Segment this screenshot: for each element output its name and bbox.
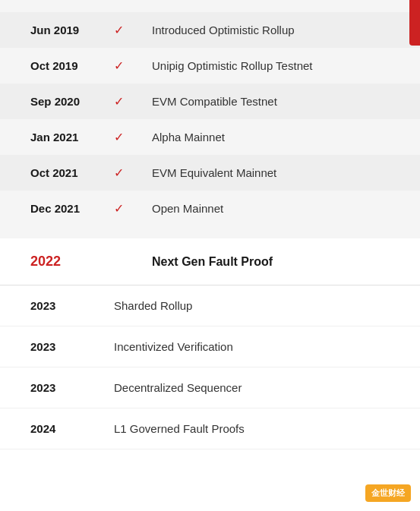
red-accent-bar <box>409 0 420 46</box>
timeline-check-icon: ✓ <box>114 94 152 109</box>
future-row: 2023 Incentivized Verification <box>0 326 420 367</box>
future-row: 2023 Sharded Rollup <box>0 285 420 326</box>
timeline-date: Sep 2020 <box>30 95 114 108</box>
future-description: Decentralized Sequencer <box>114 381 390 394</box>
timeline-date: Jun 2019 <box>30 24 114 36</box>
timeline-date: Oct 2021 <box>30 166 114 179</box>
timeline-completed-row: Oct 2019 ✓ Unipig Optimistic Rollup Test… <box>0 48 420 84</box>
timeline-description: Open Mainnet <box>152 202 390 215</box>
future-date: 2024 <box>30 422 114 435</box>
timeline-description: EVM Compatible Testnet <box>152 95 390 108</box>
timeline-date: Oct 2019 <box>30 59 114 72</box>
timeline-description: EVM Equivalent Mainnet <box>152 166 390 179</box>
timeline-completed-row: Dec 2021 ✓ Open Mainnet <box>0 191 420 226</box>
timeline-check-icon: ✓ <box>114 23 152 37</box>
future-date: 2023 <box>30 299 114 312</box>
future-description: L1 Governed Fault Proofs <box>114 422 390 435</box>
highlight-date: 2022 <box>30 254 114 270</box>
future-row: 2023 Decentralized Sequencer <box>0 367 420 408</box>
timeline-description: Introduced Optimistic Rollup <box>152 24 390 36</box>
timeline-check-icon: ✓ <box>114 201 152 216</box>
future-section: 2023 Sharded Rollup 2023 Incentivized Ve… <box>0 285 420 449</box>
timeline-date: Dec 2021 <box>30 202 114 215</box>
watermark: 金世财经 <box>365 484 411 502</box>
timeline-check-icon: ✓ <box>114 166 152 180</box>
timeline-check-icon: ✓ <box>114 58 152 73</box>
highlight-row: 2022 Next Gen Fault Proof <box>0 238 420 285</box>
timeline-completed-row: Sep 2020 ✓ EVM Compatible Testnet <box>0 84 420 119</box>
top-bar <box>0 0 420 6</box>
timeline-completed-row: Oct 2021 ✓ EVM Equivalent Mainnet <box>0 155 420 191</box>
future-date: 2023 <box>30 381 114 394</box>
timeline-description: Alpha Mainnet <box>152 131 390 144</box>
future-date: 2023 <box>30 340 114 353</box>
timeline-completed-section: Jun 2019 ✓ Introduced Optimistic Rollup … <box>0 6 420 238</box>
future-description: Sharded Rollup <box>114 299 390 312</box>
timeline-description: Unipig Optimistic Rollup Testnet <box>152 59 390 72</box>
timeline-date: Jan 2021 <box>30 131 114 144</box>
timeline-completed-row: Jun 2019 ✓ Introduced Optimistic Rollup <box>0 12 420 48</box>
future-row: 2024 L1 Governed Fault Proofs <box>0 408 420 449</box>
timeline-completed-row: Jan 2021 ✓ Alpha Mainnet <box>0 119 420 155</box>
timeline-check-icon: ✓ <box>114 130 152 144</box>
future-description: Incentivized Verification <box>114 340 390 353</box>
highlight-description: Next Gen Fault Proof <box>152 255 390 269</box>
